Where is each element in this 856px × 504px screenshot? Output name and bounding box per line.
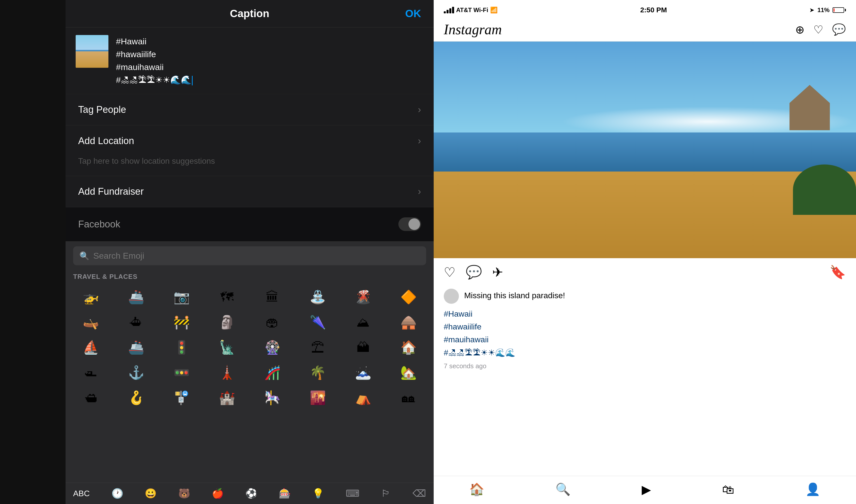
emoji-search-bar[interactable]: 🔍 <box>73 246 426 265</box>
emoji-european-castle[interactable]: 🏰 <box>204 385 250 410</box>
emoji-anchor[interactable]: ⚓ <box>114 360 159 385</box>
emoji-tent[interactable]: ⛺ <box>340 385 386 410</box>
emoji-classical-building[interactable]: 🏛 <box>250 284 295 309</box>
emoji-motorboat[interactable]: 🛥 <box>68 360 114 385</box>
emoji-city-sunset[interactable]: 🌇 <box>295 385 340 410</box>
emoji-tokyo-tower[interactable]: 🗼 <box>204 360 250 385</box>
emoji-sailboat[interactable]: ⛵ <box>68 335 114 360</box>
tag-people-chevron-icon: › <box>418 104 421 115</box>
emoji-house[interactable]: 🏠 <box>386 335 431 360</box>
emoji-stadium[interactable]: 🏟 <box>250 309 295 335</box>
post-caption-text: Missing this island paradise! <box>464 291 565 300</box>
bookmark-button[interactable]: 🔖 <box>829 265 846 280</box>
emoji-horizontal-traffic[interactable]: 🚥 <box>159 360 204 385</box>
heart-icon[interactable]: ♡ <box>814 23 823 36</box>
emoji-bus-stop[interactable]: 🚏 <box>159 385 204 410</box>
carrier-label: AT&T Wi-Fi <box>456 6 488 14</box>
nav-home-icon[interactable]: 🏠 <box>469 482 484 497</box>
emoji-ship[interactable]: 🚢 <box>114 284 159 309</box>
emoji-passenger-ship[interactable]: 🛳 <box>68 385 114 410</box>
animals-icon[interactable]: 🐻 <box>178 488 190 499</box>
comment-button[interactable]: 💬 <box>466 265 482 280</box>
tag-people-label: Tag People <box>78 104 126 115</box>
left-background <box>0 0 66 504</box>
caption-header: Caption OK <box>66 0 434 28</box>
emoji-roller-coaster[interactable]: 🎢 <box>250 360 295 385</box>
emoji-construction[interactable]: 🚧 <box>159 309 204 335</box>
caption-title: Caption <box>230 7 269 20</box>
instagram-header: Instagram ⊕ ♡ 💬 <box>434 18 856 41</box>
travel-icon[interactable]: 🎰 <box>279 488 291 499</box>
emoji-traffic-light[interactable]: 🚦 <box>159 335 204 360</box>
nav-profile-icon[interactable]: 👤 <box>805 482 820 497</box>
emoji-hut[interactable]: 🛖 <box>386 309 431 335</box>
symbols-icon[interactable]: ⌨ <box>346 488 360 499</box>
thumbnail <box>76 35 108 68</box>
wifi-icon: 📶 <box>490 6 498 14</box>
emoji-palm-tree[interactable]: 🌴 <box>295 360 340 385</box>
ok-button[interactable]: OK <box>405 7 421 20</box>
post-actions-left: ♡ 💬 ✈ <box>444 265 503 280</box>
tag-people-row[interactable]: Tag People › <box>66 94 434 125</box>
share-button[interactable]: ✈ <box>492 265 503 280</box>
post-content: Missing this island paradise! #Hawaii#ha… <box>434 286 856 375</box>
signal-bars-icon <box>444 7 454 13</box>
emoji-snow-mountain[interactable]: 🏔 <box>340 335 386 360</box>
objects-icon[interactable]: 💡 <box>312 488 324 499</box>
flags-icon[interactable]: 🏳 <box>381 488 391 499</box>
battery-body <box>833 7 844 13</box>
activities-icon[interactable]: ⚽ <box>245 488 257 499</box>
emoji-fountain[interactable]: ⛲ <box>295 284 340 309</box>
like-button[interactable]: ♡ <box>444 265 456 280</box>
emoji-bottom-bar: ABC 🕐 😀 🐻 🍎 ⚽ 🎰 💡 ⌨ 🏳 ⌫ <box>66 483 434 504</box>
emoji-map[interactable]: 🗺 <box>204 284 250 309</box>
emoji-hook[interactable]: 🪝 <box>114 385 159 410</box>
emoji-statue-liberty[interactable]: 🗽 <box>204 335 250 360</box>
emoji-mount-fuji[interactable]: 🗻 <box>340 360 386 385</box>
battery-icon <box>833 7 846 13</box>
post-timestamp: 7 seconds ago <box>444 362 846 370</box>
recents-icon[interactable]: 🕐 <box>112 488 123 499</box>
search-icon: 🔍 <box>80 251 89 261</box>
emoji-umbrella-beach[interactable]: ⛱ <box>295 335 340 360</box>
facebook-toggle[interactable] <box>398 217 421 231</box>
emoji-tent-orange[interactable]: 🔶 <box>386 284 431 309</box>
nav-shop-icon[interactable]: 🛍 <box>722 483 734 497</box>
emoji-volcano[interactable]: 🌋 <box>340 284 386 309</box>
emoji-mountain[interactable]: ⛰ <box>340 309 386 335</box>
messenger-icon[interactable]: 💬 <box>832 23 846 36</box>
post-image <box>434 41 856 258</box>
emoji-canoe[interactable]: 🛶 <box>68 309 114 335</box>
abc-button[interactable]: ABC <box>73 489 90 498</box>
avatar <box>444 289 459 304</box>
emoji-ferry[interactable]: ⛴ <box>114 309 159 335</box>
battery-fill <box>834 8 835 12</box>
image-sand <box>434 172 856 258</box>
emoji-camera[interactable]: 📷 <box>159 284 204 309</box>
emoji-search-input[interactable] <box>93 251 420 261</box>
post-actions: ♡ 💬 ✈ 🔖 <box>434 258 856 286</box>
image-greenery <box>793 164 856 215</box>
emoji-ferris-wheel[interactable]: 🎡 <box>250 335 295 360</box>
add-location-row[interactable]: Add Location › <box>66 125 434 151</box>
emoji-helicopter[interactable]: 🚁 <box>68 284 114 309</box>
emoji-umbrella-closed[interactable]: 🌂 <box>295 309 340 335</box>
text-cursor <box>192 76 193 85</box>
emoji-house-garden[interactable]: 🏡 <box>386 360 431 385</box>
smileys-icon[interactable]: 😀 <box>145 488 157 499</box>
food-icon[interactable]: 🍎 <box>212 488 224 499</box>
emoji-carousel[interactable]: 🎠 <box>250 385 295 410</box>
add-fundraiser-row[interactable]: Add Fundraiser › <box>66 176 434 207</box>
add-location-label: Add Location <box>78 136 134 146</box>
nav-reels-icon[interactable]: ▶ <box>642 482 651 497</box>
emoji-houses[interactable]: 🏘 <box>386 385 431 410</box>
post-caption: Missing this island paradise! <box>444 289 846 304</box>
instagram-bottom-nav: 🏠 🔍 ▶ 🛍 👤 <box>434 476 856 504</box>
new-post-icon[interactable]: ⊕ <box>795 23 805 36</box>
emoji-cruise[interactable]: 🚢 <box>114 335 159 360</box>
caption-text-field[interactable]: #Hawaii#hawaiilife#mauihawaii#🏖🏖🏝🏝☀☀🌊🌊 <box>116 35 424 86</box>
location-hint-area[interactable]: Tap here to show location suggestions <box>66 151 434 176</box>
delete-icon[interactable]: ⌫ <box>412 488 426 499</box>
emoji-moai[interactable]: 🗿 <box>204 309 250 335</box>
nav-search-icon[interactable]: 🔍 <box>555 482 570 497</box>
